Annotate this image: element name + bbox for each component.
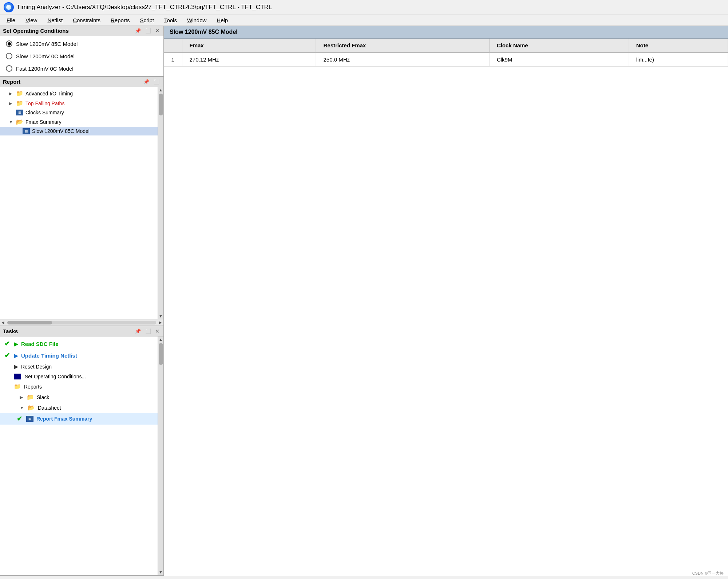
radio-slow0[interactable]: [6, 53, 12, 59]
report-maximize-icon[interactable]: ⬜: [153, 79, 161, 85]
vscroll-down-arrow[interactable]: ▼: [158, 313, 163, 319]
operating-conditions-title: Set Operating Conditions: [3, 28, 69, 34]
tasks-section: Tasks 📌 ⬜ ✕ ✔ ▶ Read SDC File: [0, 326, 163, 576]
folder-icon-top-failing: 📁: [16, 100, 23, 107]
task-label-fmax: Report Fmax Summary: [36, 416, 92, 422]
task-play-update-netlist: ▶: [14, 352, 18, 359]
task-slack[interactable]: ▶ 📁 Slack: [0, 392, 158, 402]
task-label-slack: Slack: [37, 394, 49, 400]
report-hscroll[interactable]: ◀ ▶: [0, 319, 163, 326]
report-header-icons: 📌 ⬜: [142, 79, 161, 85]
hscroll-right-arrow[interactable]: ▶: [158, 320, 163, 324]
task-play-reset: ▶: [14, 363, 18, 370]
menu-tools[interactable]: Tools: [159, 16, 182, 25]
menu-constraints[interactable]: Constraints: [68, 16, 106, 25]
report-title: Report: [3, 79, 20, 85]
tree-item-slow85-model[interactable]: ▦ Slow 1200mV 85C Model: [0, 127, 158, 135]
task-reset-design[interactable]: ▶ Reset Design: [0, 361, 158, 372]
left-panel: Set Operating Conditions 📌 ⬜ ✕ Slow 1200…: [0, 26, 164, 576]
cell-index: 1: [164, 52, 182, 67]
tree-label-slow85: Slow 1200mV 85C Model: [32, 128, 90, 134]
tree-label-clocks-summary: Clocks Summary: [25, 110, 64, 115]
tree-item-fmax-summary[interactable]: ▼ 📂 Fmax Summary: [0, 117, 158, 127]
radio-option-2[interactable]: Slow 1200mV 0C Model: [6, 53, 158, 59]
tasks-tree[interactable]: ✔ ▶ Read SDC File ✔ ▶ Update Timing Netl…: [0, 336, 158, 575]
task-report-fmax[interactable]: ✔ ▦ Report Fmax Summary: [0, 413, 158, 425]
task-arrow-slack: ▶: [20, 395, 23, 400]
panel-header-icons: 📌 ⬜ ✕: [134, 28, 161, 34]
task-check-fmax: ✔: [15, 415, 23, 423]
col-header-fmax: Fmax: [182, 39, 316, 52]
tree-item-advanced-io[interactable]: ▶ 📁 Advanced I/O Timing: [0, 88, 158, 98]
task-folder-slack: 📁: [27, 394, 34, 401]
hscroll-thumb[interactable]: [7, 321, 52, 324]
task-read-sdc[interactable]: ✔ ▶ Read SDC File: [0, 338, 158, 350]
cell-clock-name: Clk9M: [489, 52, 629, 67]
operating-conditions-header: Set Operating Conditions 📌 ⬜ ✕: [0, 26, 163, 36]
tasks-vscroll-down[interactable]: ▼: [158, 569, 163, 575]
tasks-vscroll-thumb[interactable]: [159, 343, 163, 365]
task-arrow-datasheet: ▼: [20, 405, 24, 410]
app-icon: [4, 2, 14, 12]
radio-slow85[interactable]: [6, 40, 12, 47]
menu-netlist[interactable]: Netlist: [42, 16, 68, 25]
radio-option-3[interactable]: Fast 1200mV 0C Model: [6, 65, 158, 72]
task-play-read-sdc: ▶: [14, 340, 18, 347]
report-section: Report 📌 ⬜ ▶ 📁 Advanced I/O Timing: [0, 77, 163, 326]
task-table-icon-fmax: ▦: [26, 416, 33, 422]
pin-icon[interactable]: 📌: [134, 28, 142, 34]
radio-option-1[interactable]: Slow 1200mV 85C Model: [6, 40, 158, 47]
vscroll-thumb[interactable]: [159, 94, 163, 115]
tree-arrow-top-failing: ▶: [9, 101, 14, 106]
fmax-table: Fmax Restricted Fmax Clock Name Note 1 2…: [164, 39, 728, 67]
task-label-datasheet: Datasheet: [38, 405, 61, 411]
tasks-vscroll[interactable]: ▲ ▼: [158, 336, 163, 575]
col-header-index: [164, 39, 182, 52]
table-icon-clocks-summary: ▦: [16, 110, 23, 115]
task-set-op-conditions[interactable]: Set Operating Conditions...: [0, 372, 158, 381]
tasks-vscroll-up[interactable]: ▲: [158, 336, 163, 342]
right-panel: Slow 1200mV 85C Model Fmax Restricted Fm…: [164, 26, 728, 576]
tree-arrow-fmax: ▼: [9, 119, 14, 125]
tasks-header-icons: 📌 ⬜ ✕: [134, 328, 161, 334]
radio-label-1: Slow 1200mV 85C Model: [16, 41, 78, 47]
close-icon[interactable]: ✕: [154, 28, 161, 34]
folder-icon-fmax: 📂: [16, 118, 23, 125]
tree-label-advanced-io: Advanced I/O Timing: [25, 91, 73, 96]
menu-file[interactable]: File: [1, 16, 20, 25]
radio-label-2: Slow 1200mV 0C Model: [16, 53, 75, 59]
menu-window[interactable]: Window: [182, 16, 211, 25]
window-title: Timing Analyzer - C:/Users/XTQ/Desktop/c…: [17, 4, 272, 11]
tree-item-top-failing[interactable]: ▶ 📁 Top Failing Paths: [0, 98, 158, 108]
title-bar: Timing Analyzer - C:/Users/XTQ/Desktop/c…: [0, 0, 728, 15]
hscroll-left-arrow[interactable]: ◀: [0, 320, 6, 324]
report-pin-icon[interactable]: 📌: [142, 79, 150, 85]
task-reports[interactable]: 📁 Reports: [0, 381, 158, 392]
tree-label-fmax-summary: Fmax Summary: [25, 119, 62, 125]
cell-restricted-fmax: 250.0 MHz: [316, 52, 489, 67]
task-label-reports: Reports: [24, 384, 42, 390]
task-label-op-conditions: Set Operating Conditions...: [25, 374, 86, 379]
vscroll-up-arrow[interactable]: ▲: [158, 87, 163, 93]
menu-help[interactable]: Help: [211, 16, 233, 25]
report-tree[interactable]: ▶ 📁 Advanced I/O Timing ▶ 📁 Top Failing …: [0, 87, 158, 319]
menu-script[interactable]: Script: [135, 16, 159, 25]
report-vscroll[interactable]: ▲ ▼: [158, 87, 163, 319]
task-update-netlist[interactable]: ✔ ▶ Update Timing Netlist: [0, 350, 158, 361]
maximize-icon[interactable]: ⬜: [144, 28, 152, 34]
col-header-note: Note: [629, 39, 728, 52]
tasks-header: Tasks 📌 ⬜ ✕: [0, 326, 163, 336]
menu-view[interactable]: View: [20, 16, 42, 25]
tasks-pin-icon[interactable]: 📌: [134, 328, 142, 334]
table-icon-slow85: ▦: [23, 128, 30, 134]
report-panel-content: ▶ 📁 Advanced I/O Timing ▶ 📁 Top Failing …: [0, 87, 163, 319]
col-header-restricted-fmax: Restricted Fmax: [316, 39, 489, 52]
task-datasheet[interactable]: ▼ 📂 Datasheet: [0, 402, 158, 413]
tasks-maximize-icon[interactable]: ⬜: [144, 328, 152, 334]
tasks-close-icon[interactable]: ✕: [154, 328, 161, 334]
table-header-row: Fmax Restricted Fmax Clock Name Note: [164, 39, 728, 52]
menu-reports[interactable]: Reports: [106, 16, 135, 25]
tree-item-clocks-summary[interactable]: ▦ Clocks Summary: [0, 108, 158, 117]
radio-label-3: Fast 1200mV 0C Model: [16, 66, 74, 72]
radio-fast0[interactable]: [6, 65, 12, 72]
